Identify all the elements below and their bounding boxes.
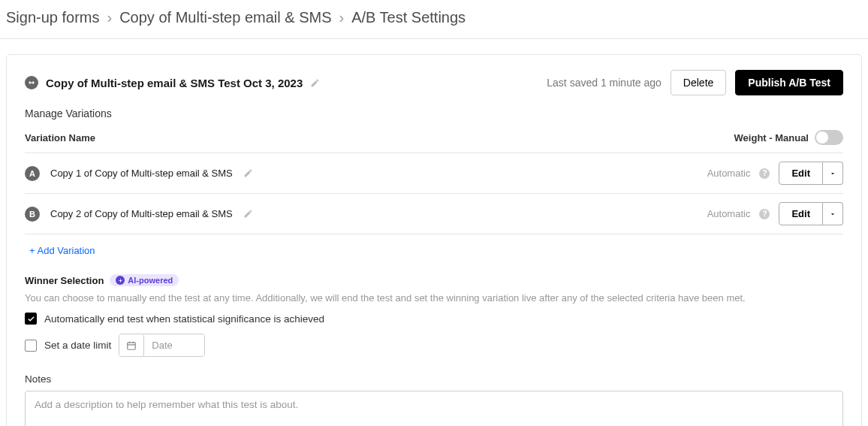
weight-label: Weight - Manual [734, 132, 809, 144]
edit-dropdown-button[interactable] [823, 202, 843, 225]
help-icon[interactable]: ? [759, 168, 770, 179]
winner-selection-title: Winner Selection [25, 275, 104, 286]
help-icon[interactable]: ? [759, 209, 770, 219]
variation-row: A Copy 1 of Copy of Multi-step email & S… [25, 153, 843, 194]
weight-mode-label: Automatic [707, 168, 751, 179]
add-variation-link[interactable]: + Add Variation [25, 234, 95, 256]
notes-textarea[interactable] [25, 391, 843, 426]
winner-description: You can choose to manually end the test … [25, 292, 843, 304]
edit-dropdown-button[interactable] [823, 162, 843, 185]
pencil-icon[interactable] [243, 209, 253, 219]
sparkle-icon [116, 276, 125, 285]
edit-button[interactable]: Edit [779, 202, 823, 225]
variation-name: Copy 2 of Copy of Multi-step email & SMS [50, 208, 233, 219]
notes-label: Notes [25, 373, 843, 385]
variation-badge: A [25, 166, 40, 181]
test-icon [25, 76, 38, 89]
variation-name: Copy 1 of Copy of Multi-step email & SMS [50, 168, 233, 179]
breadcrumb-item[interactable]: Copy of Multi-step email & SMS [119, 9, 331, 26]
auto-end-label: Automatically end test when statistical … [44, 313, 324, 325]
test-title: Copy of Multi-step email & SMS Test Oct … [46, 77, 303, 89]
date-limit-checkbox[interactable] [25, 340, 37, 352]
manage-variations-label: Manage Variations [25, 107, 843, 119]
pencil-icon[interactable] [310, 78, 320, 88]
ai-powered-badge: AI-powered [110, 274, 179, 286]
chevron-right-icon: › [107, 9, 113, 26]
ab-test-card: Copy of Multi-step email & SMS Test Oct … [6, 54, 862, 426]
variation-row: B Copy 2 of Copy of Multi-step email & S… [25, 194, 843, 234]
calendar-icon[interactable] [119, 335, 144, 356]
weight-toggle[interactable] [815, 130, 843, 145]
variation-name-header: Variation Name [25, 132, 95, 144]
pencil-icon[interactable] [243, 168, 253, 178]
auto-end-checkbox[interactable] [25, 313, 37, 325]
variation-badge: B [25, 207, 40, 222]
delete-button[interactable]: Delete [671, 70, 726, 95]
breadcrumb: Sign-up forms › Copy of Multi-step email… [0, 0, 868, 39]
last-saved-label: Last saved 1 minute ago [547, 77, 662, 89]
chevron-right-icon: › [339, 9, 345, 26]
weight-mode-label: Automatic [707, 208, 751, 219]
breadcrumb-item[interactable]: Sign-up forms [6, 9, 100, 26]
breadcrumb-item-current: A/B Test Settings [351, 9, 466, 26]
svg-rect-0 [128, 342, 136, 349]
date-limit-label: Set a date limit [44, 340, 111, 351]
date-input[interactable] [144, 334, 204, 356]
edit-button[interactable]: Edit [779, 162, 823, 185]
publish-button[interactable]: Publish A/B Test [735, 70, 843, 95]
